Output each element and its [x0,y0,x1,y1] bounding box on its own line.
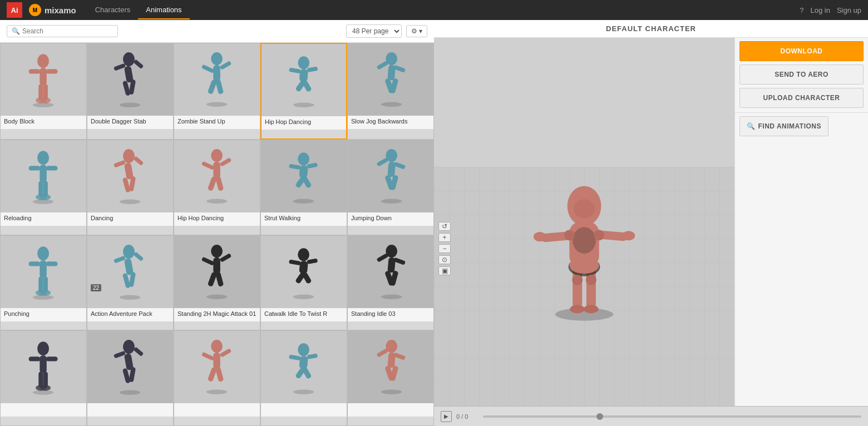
zoom-in-btn[interactable]: + [438,233,451,242]
svg-rect-18 [201,65,215,73]
svg-point-83 [124,245,135,259]
animation-card[interactable]: Slow Jog Backwards [347,43,434,140]
chevron-down-icon: ▾ [419,27,422,35]
svg-rect-137 [307,354,318,359]
search-input[interactable] [22,27,113,35]
svg-rect-48 [114,160,126,167]
animation-card[interactable]: 22 Action Adventure Pack [87,235,174,331]
svg-rect-12 [134,60,144,70]
character-svg [529,116,640,328]
reset-view-btn[interactable]: ↺ [438,222,451,231]
svg-point-153 [570,305,585,313]
svg-point-140 [293,390,314,394]
zoom-out-btn[interactable]: − [438,244,451,253]
svg-rect-143 [377,348,389,358]
svg-rect-1 [40,68,47,85]
search-icon: 🔍 [12,27,20,35]
login-link[interactable]: Log in [810,6,830,14]
animation-card[interactable]: Reloading [0,140,87,235]
animation-name: Zombie Stand Up [174,116,260,129]
send-to-aero-button[interactable]: SEND TO AERO [739,65,864,85]
svg-point-22 [206,102,227,107]
progress-handle[interactable] [596,413,603,420]
svg-rect-132 [215,367,224,383]
svg-point-7 [41,97,51,103]
svg-rect-32 [377,61,389,70]
svg-rect-124 [122,368,131,384]
top-navigation: Ai M mixamo Characters Animations ? Log … [0,0,868,20]
svg-rect-91 [214,257,220,274]
animation-card[interactable]: Standing Idle 03 [347,235,434,331]
svg-point-97 [298,248,310,261]
animation-card[interactable]: Dancing [87,140,174,235]
animation-card[interactable] [260,330,347,426]
svg-point-23 [298,56,310,69]
svg-point-111 [38,341,50,355]
nav-animations[interactable]: Animations [138,1,189,19]
animation-name [261,403,347,417]
animation-thumbnail [262,44,346,116]
recenter-btn[interactable]: ⊙ [438,255,451,264]
animation-card[interactable]: Hip Hop Dancing [174,140,260,235]
animation-card[interactable] [347,330,434,426]
per-page-select[interactable]: 48 Per page [346,24,402,38]
progress-bar[interactable] [483,415,861,418]
svg-point-15 [120,103,140,107]
animation-card[interactable]: Body Block [0,43,87,140]
svg-point-36 [381,102,402,107]
svg-rect-77 [46,261,58,266]
search-box[interactable]: 🔍 [7,25,118,37]
svg-point-167 [586,275,596,285]
svg-rect-99 [289,259,301,265]
animation-name: Strut Walking [261,212,347,226]
animation-card[interactable]: Punching [0,235,87,331]
animation-card[interactable]: Zombie Stand Up [174,43,260,140]
play-button[interactable]: ▶ [441,411,452,422]
svg-point-29 [293,103,314,107]
svg-rect-95 [215,271,224,287]
svg-rect-114 [46,357,58,361]
camera-btn[interactable]: ▣ [438,266,451,275]
viewport-area[interactable]: ↺ + − ⊙ ▣ [434,38,734,406]
svg-rect-136 [289,355,301,361]
svg-rect-38 [40,165,47,182]
svg-rect-123 [134,347,144,357]
help-icon[interactable]: ? [800,6,803,14]
animation-thumbnail [87,140,173,212]
svg-point-118 [41,385,51,390]
find-animations-button[interactable]: 🔍 FIND ANIMATIONS [739,116,828,136]
svg-point-168 [564,230,575,240]
nav-characters[interactable]: Characters [87,1,139,19]
svg-rect-3 [46,69,58,73]
animation-thumbnail [1,236,86,308]
right-panel: DEFAULT CHARACTER [434,20,868,426]
animation-thumbnail [87,43,173,116]
mixamo-brand-text: mixamo [45,6,76,15]
animation-card[interactable]: Jumping Down [347,140,434,235]
svg-rect-100 [307,258,318,264]
svg-point-37 [38,151,50,165]
animation-card[interactable]: Strut Walking [260,140,347,235]
signup-link[interactable]: Sign up [837,6,861,14]
svg-point-133 [206,390,227,394]
animation-card[interactable] [174,330,260,426]
svg-rect-33 [393,65,406,73]
animation-card[interactable] [87,330,174,426]
svg-rect-87 [122,273,131,288]
animation-card[interactable]: Standing 2H Magic Attack 01 [174,235,260,331]
animation-name: Jumping Down [348,212,433,226]
animation-card[interactable]: Double Dagger Stab [87,43,174,140]
download-button[interactable]: DOWNLOAD [739,41,864,61]
svg-point-60 [298,152,310,165]
animation-name: Action Adventure Pack [87,308,173,321]
svg-point-81 [41,290,51,295]
svg-point-103 [293,294,314,299]
svg-rect-113 [29,357,41,361]
upload-character-button[interactable]: UPLOAD CHARACTER [739,88,864,108]
animation-card[interactable]: Hip Hop Dancing [260,43,347,140]
settings-button[interactable]: ⚙ ▾ [406,25,427,37]
animation-card[interactable]: Catwalk Idle To Twist R [260,235,347,331]
nav-right: ? Log in Sign up [800,6,861,14]
svg-rect-85 [114,255,126,263]
animation-card[interactable] [0,330,87,426]
